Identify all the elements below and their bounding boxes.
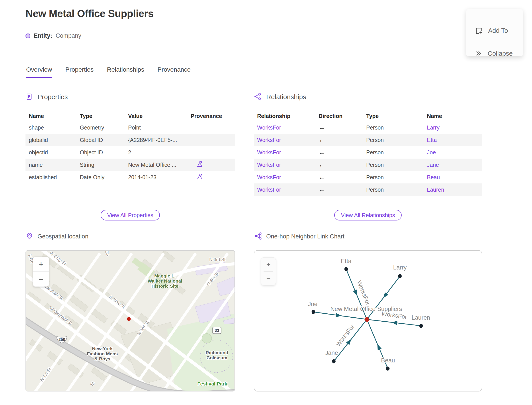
tab-bar: OverviewPropertiesRelationshipsProvenanc… <box>26 66 191 78</box>
related-entity-link[interactable]: Beau <box>427 174 482 181</box>
relationship-type-link[interactable]: WorksFor <box>257 187 319 193</box>
relationship-row-lauren: WorksFor←PersonLauren <box>254 183 482 196</box>
one-hop-link-chart-icon <box>254 232 262 241</box>
relationship-row-joe: WorksFor←PersonJoe <box>254 146 482 159</box>
edge-arrowhead <box>377 344 381 350</box>
related-entity-type: Person <box>366 124 427 131</box>
related-entity-link[interactable]: Jane <box>427 162 482 168</box>
street-label: N 3rd St <box>209 257 226 262</box>
link-chart-panel[interactable]: WorksForWorksForWorksForEttaLarryJoeLaur… <box>254 250 482 392</box>
related-entity-type: Person <box>366 187 427 193</box>
relationship-type-link[interactable]: WorksFor <box>257 149 319 156</box>
property-value: 2014-01-23 <box>128 174 191 181</box>
property-name: established <box>29 174 80 181</box>
entity-badge: Entity: Company <box>26 32 81 39</box>
graph-node-etta[interactable] <box>345 267 348 271</box>
related-entity-type: Person <box>366 149 427 156</box>
edge-arrowhead <box>336 313 342 317</box>
property-row-globalid: globalidGlobal ID{A228944F-0EF5-... <box>26 134 235 146</box>
map-zoom-in-button[interactable]: + <box>33 257 49 271</box>
graph-node-lauren[interactable] <box>419 324 423 328</box>
related-entity-link[interactable]: Etta <box>427 137 482 143</box>
edge-arrowhead <box>383 292 388 298</box>
property-value: Point <box>128 124 191 131</box>
related-entity-type: Person <box>366 174 427 181</box>
entity-details-page: New Metal Office Suppliers Entity: Compa… <box>0 0 532 405</box>
property-row-name: nameStringNew Metal Office ... <box>26 159 235 171</box>
property-name: objectid <box>29 149 80 156</box>
entity-type-value: Company <box>56 32 81 39</box>
entity-label: Entity: <box>34 32 52 39</box>
graph-node-jane[interactable] <box>332 359 336 363</box>
node-label-etta: Etta <box>341 258 352 264</box>
double-chevron-right-icon <box>475 50 482 57</box>
collapse-button[interactable]: Collapse <box>475 50 513 57</box>
relationship-type-link[interactable]: WorksFor <box>257 124 319 131</box>
property-row-shape: shapeGeometryPoint <box>26 121 235 134</box>
node-label-center: New Metal Office Suppliers <box>331 306 402 312</box>
quick-actions-panel: Add To Collapse <box>466 9 523 56</box>
column-header-type: Type <box>366 113 427 119</box>
property-type: Date Only <box>80 174 128 181</box>
related-entity-link[interactable]: Larry <box>427 124 482 131</box>
tab-properties[interactable]: Properties <box>65 66 94 78</box>
direction-arrow: ← <box>319 136 366 144</box>
link-chart-canvas: WorksForWorksForWorksForEttaLarryJoeLaur… <box>254 251 482 391</box>
relationship-row-larry: WorksFor←PersonLarry <box>254 121 482 134</box>
graph-node-joe[interactable] <box>312 310 315 314</box>
node-label-beau: Beau <box>381 357 395 364</box>
relationship-type-link[interactable]: WorksFor <box>257 137 319 143</box>
edge-label: WorksFor <box>356 280 372 306</box>
map-zoom-out-button[interactable]: − <box>33 272 49 287</box>
chart-zoom-control: + − <box>261 257 276 285</box>
add-to-label: Add To <box>488 27 508 34</box>
edge-arrowhead <box>392 321 398 325</box>
graph-node-larry[interactable] <box>398 274 402 278</box>
column-header-name: Name <box>427 113 482 119</box>
chart-zoom-in-button[interactable]: + <box>261 257 276 271</box>
property-type: Geometry <box>80 124 128 131</box>
tab-provenance[interactable]: Provenance <box>157 66 190 78</box>
provenance-flag-icon[interactable] <box>191 173 203 180</box>
relationship-row-beau: WorksFor←PersonBeau <box>254 171 482 183</box>
related-entity-link[interactable]: Lauren <box>427 187 482 193</box>
geospatial-header: Geospatial location <box>26 232 88 241</box>
related-entity-link[interactable]: Joe <box>427 149 482 156</box>
property-row-objectid: objectidObject ID2 <box>26 146 235 159</box>
map-panel[interactable]: 25033W Clay Stk RdSaMarshall StW Marshal… <box>26 250 235 392</box>
relationships-icon <box>254 93 261 101</box>
column-header-provenance: Provenance <box>191 113 235 119</box>
map-feature-marker[interactable] <box>127 317 131 321</box>
view-all-relationships-button[interactable]: View All Relationships <box>334 210 402 221</box>
map-pin-icon <box>26 232 33 240</box>
tab-overview[interactable]: Overview <box>26 66 52 78</box>
chart-zoom-out-button[interactable]: − <box>261 271 276 285</box>
edge-arrowhead <box>353 290 357 295</box>
graph-node-beau[interactable] <box>386 366 389 371</box>
provenance-flag-icon[interactable] <box>191 161 203 168</box>
property-value: New Metal Office ... <box>128 162 191 168</box>
direction-arrow: ← <box>319 186 366 194</box>
relationship-type-link[interactable]: WorksFor <box>257 174 319 181</box>
table-header-row: NameTypeValueProvenance <box>26 111 235 121</box>
relationship-type-link[interactable]: WorksFor <box>257 162 319 168</box>
relationship-row-jane: WorksFor←PersonJane <box>254 159 482 171</box>
direction-arrow: ← <box>319 148 366 156</box>
properties-section: Properties NameTypeValueProvenanceshapeG… <box>26 93 235 101</box>
column-header-value: Value <box>128 113 191 119</box>
tab-relationships[interactable]: Relationships <box>107 66 144 78</box>
entity-type-icon <box>26 34 30 38</box>
basemap: 25033W Clay Stk RdSaMarshall StW Marshal… <box>26 251 234 391</box>
svg-text:250: 250 <box>59 337 65 342</box>
relationships-section: Relationships RelationshipDirectionTypeN… <box>254 93 482 101</box>
graph-node-center[interactable] <box>365 317 369 322</box>
geospatial-title: Geospatial location <box>37 233 88 240</box>
view-all-properties-button[interactable]: View All Properties <box>101 210 160 221</box>
add-to-button[interactable]: Add To <box>475 27 508 35</box>
column-header-relationship: Relationship <box>257 113 319 119</box>
related-entity-type: Person <box>366 162 427 168</box>
direction-arrow: ← <box>319 161 366 169</box>
property-type: Global ID <box>80 137 128 143</box>
collapse-label: Collapse <box>488 50 513 57</box>
property-name: globalid <box>29 137 80 143</box>
